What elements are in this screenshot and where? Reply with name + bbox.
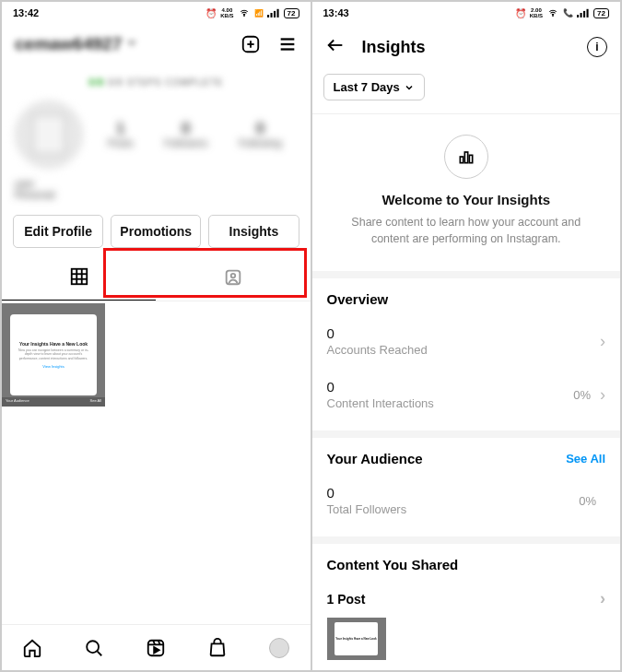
alarm-icon: ⏰ (515, 8, 526, 18)
svg-rect-29 (587, 9, 589, 18)
total-followers-row: 0 Total Followers 0% (327, 476, 606, 529)
battery-icon: 72 (593, 8, 609, 18)
content-shared-title: Content You Shared (327, 557, 459, 572)
shared-post-thumbnail[interactable]: Your Insights Have a New Look (327, 618, 386, 660)
reels-icon[interactable] (146, 638, 166, 658)
home-icon[interactable] (22, 638, 42, 658)
audience-title: Your Audience (327, 451, 423, 466)
promotions-button[interactable]: Promotions (111, 215, 201, 248)
setup-steps[interactable]: 0/8 0/8 STEPS COMPLETE (15, 72, 298, 100)
chevron-right-icon: › (600, 589, 605, 608)
svg-point-0 (243, 16, 244, 17)
content-shared-section: Content You Shared 1 Post › Your Insight… (312, 544, 621, 660)
clock: 13:43 (323, 7, 349, 18)
svg-rect-27 (581, 13, 582, 18)
svg-point-17 (231, 274, 236, 278)
svg-rect-28 (583, 11, 585, 18)
date-range-row: Last 7 Days (312, 70, 621, 114)
profile-info: 0/8 0/8 STEPS COMPLETE 1Posts 0Followers… (2, 65, 311, 209)
new-post-icon[interactable] (241, 34, 261, 54)
edit-profile-button[interactable]: Edit Profile (13, 215, 103, 248)
profile-bio: user Personal (15, 178, 298, 200)
tab-tagged[interactable] (156, 257, 310, 301)
shop-icon[interactable] (207, 638, 228, 658)
svg-rect-1 (267, 15, 269, 18)
chart-icon (444, 135, 488, 179)
profile-avatar[interactable] (15, 100, 83, 169)
profile-screen: 13:42 ⏰ 4.00KB/S 📶 72 cemaw64927 (1, 1, 311, 671)
svg-rect-3 (274, 11, 276, 18)
overview-section: Overview 0 Accounts Reached › 0 Content … (312, 278, 621, 438)
svg-rect-2 (270, 13, 272, 18)
stat-posts[interactable]: 1Posts (108, 121, 134, 148)
profile-nav-icon[interactable] (269, 638, 289, 658)
insights-screen: 13:43 ⏰ 2.00KB/S 📞 72 Insights i Last 7 … (311, 1, 622, 671)
profile-action-row: Edit Profile Promotions Insights (2, 209, 311, 257)
welcome-block: Welcome to Your Insights Share content t… (312, 114, 621, 278)
wifi-icon (546, 8, 559, 18)
content-interactions-row[interactable]: 0 Content Interactions 0% › (327, 370, 606, 423)
page-title: Insights (362, 38, 571, 57)
date-range-chip[interactable]: Last 7 Days (323, 74, 425, 100)
post-count-row[interactable]: 1 Post › (327, 582, 606, 618)
svg-rect-31 (460, 157, 463, 163)
profile-tabs (2, 257, 311, 301)
status-bar: 13:43 ⏰ 2.00KB/S 📞 72 (312, 2, 621, 24)
welcome-subtitle: Share content to learn how your account … (340, 215, 593, 247)
chevron-down-icon (125, 36, 138, 53)
svg-rect-4 (276, 9, 278, 18)
status-icons: ⏰ 4.00KB/S 📶 72 (205, 7, 299, 18)
status-bar: 13:42 ⏰ 4.00KB/S 📶 72 (2, 2, 311, 24)
info-icon[interactable]: i (587, 37, 607, 57)
svg-line-19 (98, 651, 102, 655)
chevron-down-icon (404, 82, 415, 93)
menu-icon[interactable] (277, 34, 298, 54)
svg-rect-11 (71, 269, 87, 285)
volte-icon: 📶 (254, 9, 264, 18)
battery-icon: 72 (284, 8, 299, 18)
chevron-right-icon: › (600, 332, 605, 351)
net-speed: 4.00KB/S (220, 7, 233, 18)
stat-followers[interactable]: 0Followers (164, 121, 207, 148)
overview-title: Overview (327, 291, 389, 307)
svg-marker-24 (154, 647, 159, 653)
signal-icon (577, 8, 590, 18)
accounts-reached-row[interactable]: 0 Accounts Reached › (327, 316, 606, 370)
username-dropdown[interactable]: cemaw64927 (15, 34, 138, 54)
stat-following[interactable]: 0Following (239, 121, 281, 148)
net-speed: 2.00KB/S (530, 7, 543, 18)
back-icon[interactable] (325, 35, 346, 59)
post-thumbnail[interactable]: Your Insights Have a New Look Now you ca… (2, 303, 105, 407)
wifi-icon (238, 8, 251, 18)
svg-rect-26 (577, 15, 579, 18)
profile-header: cemaw64927 (2, 24, 311, 65)
svg-rect-32 (464, 152, 467, 163)
chevron-right-icon: › (600, 385, 605, 405)
svg-rect-33 (469, 155, 472, 162)
svg-point-25 (553, 16, 554, 17)
signal-icon (267, 8, 280, 18)
tab-grid[interactable] (2, 257, 156, 301)
bottom-nav (2, 624, 311, 670)
insights-button[interactable]: Insights (208, 215, 299, 248)
insights-header: Insights i (312, 24, 621, 70)
see-all-link[interactable]: See All (566, 452, 605, 466)
clock: 13:42 (13, 7, 39, 18)
welcome-title: Welcome to Your Insights (340, 192, 593, 207)
profile-stats: 1Posts 0Followers 0Following (92, 121, 298, 148)
search-icon[interactable] (84, 638, 104, 658)
svg-point-18 (88, 641, 100, 653)
status-icons: ⏰ 2.00KB/S 📞 72 (515, 7, 609, 18)
posts-grid: Your Insights Have a New Look Now you ca… (2, 301, 311, 407)
call-icon: 📞 (563, 8, 573, 18)
alarm-icon: ⏰ (205, 8, 217, 18)
audience-section: Your Audience See All 0 Total Followers … (312, 438, 621, 544)
